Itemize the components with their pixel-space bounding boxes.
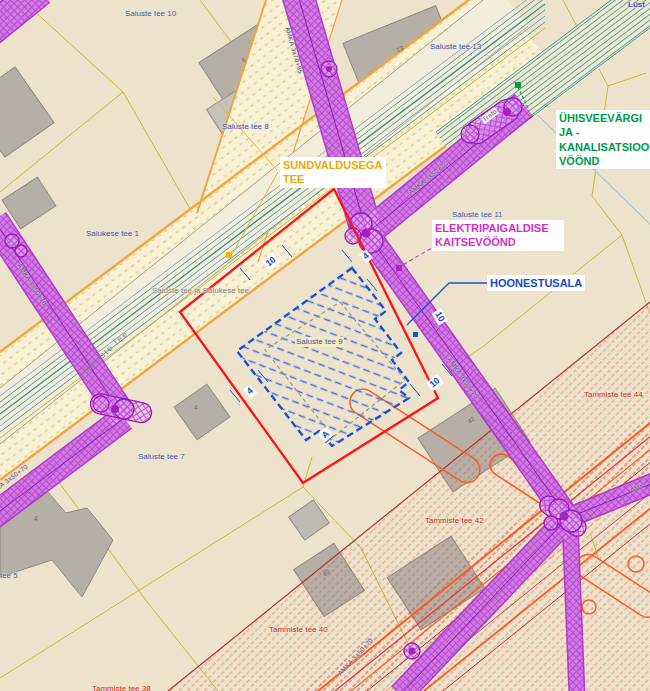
parcel-label: Saluste tee 8 — [222, 122, 269, 132]
parcel-label: Tammiste tee 40 — [269, 625, 328, 635]
parcel-label: Tammiste tee 42 — [425, 516, 484, 526]
road-marker-dot — [226, 252, 232, 258]
zone-label-elektripaigaldise: ELEKTRIPAIGALDISE KAITSEVÖÖND — [432, 220, 564, 251]
parcel-label: Tammiste tee 38 — [92, 684, 151, 691]
parcel-label: Saluste tee 11 — [452, 210, 503, 220]
parcel-label: Saluste tee 13 — [430, 42, 481, 52]
zone-label-uhisveevargi: ÜHISVEEVÄRGI JA -KANALISATSIOONI VÖÖND — [556, 110, 650, 169]
parcel-label: Lüst — [628, 0, 645, 10]
parcel-label: Salukese tee 1 — [86, 229, 139, 239]
detail-plan-map: SUNDVALDUSEGA TEE ÜHISVEEVÄRGI JA -KANAL… — [0, 0, 650, 691]
zone-label-sundvaldusega-tee: SUNDVALDUSEGA TEE — [280, 157, 386, 188]
zone-label-hoonestusala: HOONESTUSALA — [487, 275, 585, 291]
building-number: 4 — [194, 404, 198, 412]
parcel-label: Saluste tee 7 — [138, 452, 185, 462]
parcel-label: Saluste tee 10 — [125, 9, 176, 19]
parcel-label: Saluste tee 5 — [0, 571, 18, 581]
parcel-label-plan-site: Saluste tee 9 — [295, 337, 344, 347]
parcel-label: Tammiste tee 44 — [584, 390, 643, 400]
water-marker-dot — [515, 82, 521, 88]
entry-marker-dot — [413, 332, 418, 337]
road-section-label: Saluste tee ja Salukese tee — [152, 286, 249, 296]
electric-marker-dot — [396, 265, 402, 271]
building-number: 4 — [34, 515, 38, 523]
